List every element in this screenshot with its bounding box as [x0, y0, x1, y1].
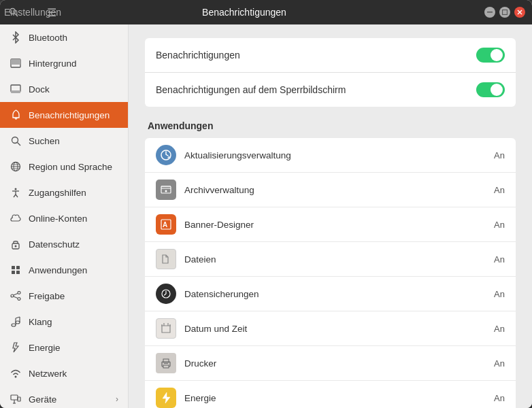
svg-point-41: [16, 321, 20, 324]
svg-rect-3: [503, 10, 508, 15]
apps-icon: [10, 264, 22, 276]
svg-rect-11: [11, 90, 20, 93]
app-row-datensicherung[interactable]: Datensicherungen An: [145, 277, 516, 311]
sidebar-item-suchen[interactable]: Suchen: [0, 128, 128, 154]
sidebar-item-datenschutz[interactable]: Datenschutz: [0, 231, 128, 257]
toggle-sperrbildschirm[interactable]: [476, 82, 505, 97]
svg-rect-31: [16, 271, 20, 274]
sidebar-item-energie[interactable]: Energie: [0, 335, 128, 360]
app-icon-energie: [156, 388, 176, 408]
app-row-aktualisierung[interactable]: Aktualisierungsverwaltung An: [145, 138, 516, 173]
svg-rect-30: [12, 271, 15, 274]
main-window: Einstellungen ☰ Benachrichtigungen: [0, 0, 532, 408]
sidebar-item-klang[interactable]: Klang: [0, 309, 128, 335]
app-status-datum: An: [494, 324, 505, 334]
app-status-datensicherung: An: [494, 289, 505, 299]
toggle-row-benachrichtigungen[interactable]: Benachrichtigungen: [145, 38, 516, 73]
svg-line-24: [14, 194, 16, 197]
sidebar-item-benachrichtigungen[interactable]: Benachrichtigungen: [0, 102, 128, 128]
content: Bluetooth Hintergrund: [0, 24, 532, 408]
app-name-datum: Datum und Zeit: [184, 324, 486, 334]
svg-rect-29: [16, 266, 20, 269]
sidebar-label-bluetooth: Bluetooth: [29, 33, 67, 43]
app-name-dateien: Dateien: [184, 254, 486, 265]
app-row-archiv[interactable]: Archivverwaltung An: [145, 173, 516, 207]
chevron-right-icon: ›: [116, 394, 118, 404]
cloud-icon: [10, 212, 22, 224]
notifications-toggle-section: Benachrichtigungen Benachrichtigungen au…: [145, 38, 516, 107]
svg-point-27: [15, 245, 17, 248]
bell-icon: [10, 109, 22, 121]
sidebar-item-anwendungen[interactable]: Anwendungen: [0, 257, 128, 283]
svg-line-35: [14, 294, 18, 296]
sidebar-label-netzwerk: Netzwerk: [29, 369, 67, 379]
sidebar-item-region[interactable]: Region und Sprache: [0, 154, 128, 180]
main-content: Benachrichtigungen Benachrichtigungen au…: [129, 24, 532, 408]
svg-rect-44: [18, 397, 20, 401]
toggle-benachrichtigungen[interactable]: [476, 48, 505, 63]
sidebar-item-online[interactable]: Online-Konten: [0, 205, 128, 231]
sidebar-label-online: Online-Konten: [29, 214, 87, 224]
minimize-button[interactable]: [484, 7, 495, 18]
app-icon-archiv: [156, 180, 176, 200]
dock-icon: [10, 83, 22, 95]
app-row-drucker[interactable]: Drucker An: [145, 346, 516, 381]
toggle-label-sperrbildschirm: Benachrichtigungen auf dem Sperrbildschi…: [156, 84, 469, 95]
svg-text:A: A: [163, 221, 167, 228]
window-title: Benachrichtigungen: [4, 7, 484, 18]
sidebar-item-zugangshilfen[interactable]: Zugangshilfen: [0, 180, 128, 205]
app-row-banner[interactable]: A Banner-Designer An: [145, 207, 516, 242]
svg-point-42: [15, 376, 17, 378]
svg-line-15: [17, 142, 20, 146]
app-status-drucker: An: [494, 358, 505, 369]
sidebar-item-bluetooth[interactable]: Bluetooth: [0, 24, 128, 50]
app-name-banner: Banner-Designer: [184, 220, 486, 230]
svg-rect-61: [163, 365, 169, 368]
close-button[interactable]: [514, 7, 525, 18]
app-status-energie-app: An: [494, 393, 505, 403]
toggle-label-benachrichtigungen: Benachrichtigungen: [156, 50, 469, 61]
music-icon: [10, 316, 22, 328]
svg-rect-9: [11, 59, 20, 65]
svg-point-34: [18, 298, 20, 301]
app-row-energie-app[interactable]: Energie An: [145, 381, 516, 408]
sidebar: Bluetooth Hintergrund: [0, 24, 129, 408]
app-name-datensicherung: Datensicherungen: [184, 289, 486, 299]
app-row-datum[interactable]: Datum und Zeit An: [145, 311, 516, 346]
app-name-drucker: Drucker: [184, 358, 486, 369]
maximize-button[interactable]: [499, 7, 510, 18]
svg-rect-28: [12, 266, 15, 269]
svg-point-32: [18, 292, 20, 294]
app-name-aktualisierung: Aktualisierungsverwaltung: [184, 150, 486, 160]
sidebar-item-dock[interactable]: Dock: [0, 76, 128, 102]
globe-icon: [10, 160, 22, 173]
sidebar-label-zugangshilfen: Zugangshilfen: [29, 188, 86, 198]
accessibility-icon: [10, 186, 22, 199]
svg-line-36: [14, 296, 18, 299]
app-icon-banner: A: [156, 214, 176, 235]
sidebar-label-dock: Dock: [29, 84, 50, 95]
app-icon-datensicherung: [156, 284, 176, 304]
app-icon-drucker: [156, 353, 176, 373]
app-icon-datum: [156, 318, 176, 339]
sidebar-item-freigabe[interactable]: Freigabe: [0, 283, 128, 309]
sidebar-item-geraete[interactable]: Geräte ›: [0, 386, 128, 408]
sidebar-label-benachrichtigungen: Benachrichtigungen: [29, 110, 110, 120]
search-sidebar-icon: [10, 135, 22, 147]
svg-point-14: [12, 137, 18, 143]
app-list: Aktualisierungsverwaltung An Archivverwa…: [145, 138, 516, 408]
apps-section-title: Anwendungen: [148, 120, 516, 131]
app-row-dateien[interactable]: Dateien An: [145, 242, 516, 277]
devices-icon: [10, 393, 22, 405]
titlebar: Einstellungen ☰ Benachrichtigungen: [0, 0, 532, 24]
app-status-dateien: An: [494, 254, 505, 265]
app-icon-aktualisierung: [156, 145, 176, 165]
svg-point-54: [165, 190, 167, 192]
sidebar-item-netzwerk[interactable]: Netzwerk: [0, 360, 128, 386]
app-name-archiv: Archivverwaltung: [184, 185, 486, 195]
sidebar-item-hintergrund[interactable]: Hintergrund: [0, 50, 128, 76]
toggle-row-sperrbildschirm[interactable]: Benachrichtigungen auf dem Sperrbildschi…: [145, 73, 516, 107]
sidebar-label-geraete: Geräte: [29, 394, 56, 405]
sidebar-label-datenschutz: Datenschutz: [29, 239, 80, 250]
background-icon: [10, 57, 22, 69]
